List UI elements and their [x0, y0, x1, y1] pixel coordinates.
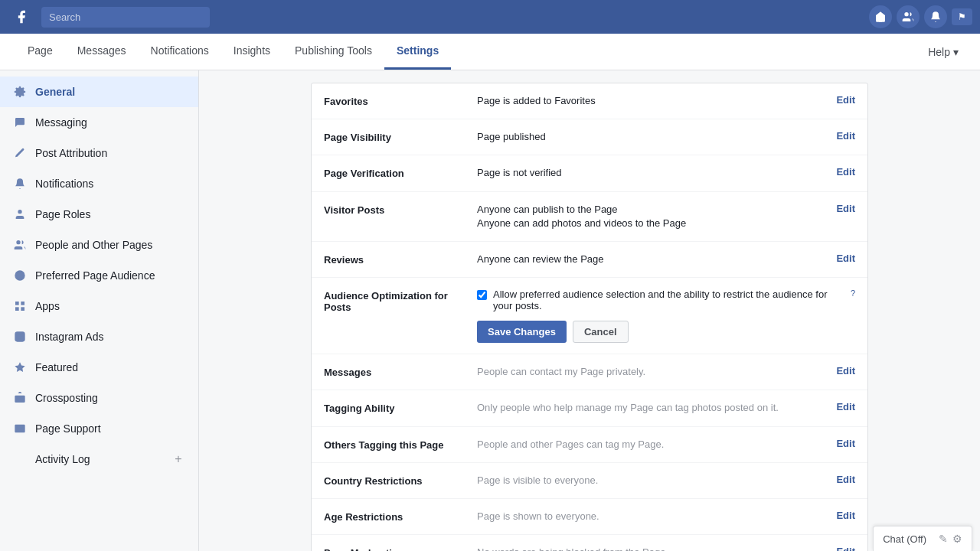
- sidebar-label-notifications: Notifications: [35, 178, 93, 190]
- cancel-button[interactable]: Cancel: [573, 321, 629, 343]
- label-page-verification: Page Verification: [324, 166, 477, 179]
- audience-info-link[interactable]: ?: [851, 289, 855, 298]
- settings-row-country-restrictions: Country Restrictions Page is visible to …: [312, 463, 867, 499]
- nav-page[interactable]: Page: [15, 34, 65, 70]
- audience-checkbox-row: Allow preferred audience selection and t…: [477, 289, 855, 311]
- settings-row-reviews: Reviews Anyone can review the Page Edit: [312, 242, 867, 278]
- sidebar-item-general[interactable]: General: [0, 77, 198, 107]
- edit-tagging-ability-link[interactable]: Edit: [836, 401, 855, 412]
- label-page-moderation: Page Moderation: [324, 546, 477, 551]
- home-icon-btn[interactable]: [869, 5, 892, 28]
- settings-row-page-visibility: Page Visibility Page published Edit: [312, 119, 867, 155]
- nav-messages[interactable]: Messages: [65, 34, 139, 70]
- search-input[interactable]: [41, 7, 210, 28]
- label-page-visibility: Page Visibility: [324, 130, 477, 143]
- settings-row-others-tagging: Others Tagging this Page People and othe…: [312, 427, 867, 463]
- sidebar-item-page-roles[interactable]: Page Roles: [0, 199, 198, 230]
- nav-settings[interactable]: Settings: [384, 34, 451, 70]
- top-bar-left: [8, 3, 210, 31]
- svg-rect-7: [15, 302, 19, 305]
- target-icon: [12, 268, 28, 283]
- sidebar-label-instagram-ads: Instagram Ads: [35, 331, 104, 343]
- sidebar-item-apps[interactable]: Apps: [0, 291, 198, 321]
- sidebar-item-notifications[interactable]: Notifications: [0, 168, 198, 199]
- audience-checkbox-text: Allow preferred audience selection and t…: [493, 289, 844, 311]
- value-others-tagging: People and other Pages can tag my Page.: [477, 438, 817, 452]
- nav-publishing-tools[interactable]: Publishing Tools: [283, 34, 384, 70]
- top-bar: ⚑: [0, 0, 980, 34]
- audience-optimization-checkbox[interactable]: [477, 290, 487, 300]
- svg-point-3: [16, 240, 20, 244]
- svg-point-0: [904, 12, 908, 16]
- sidebar-item-messaging[interactable]: Messaging: [0, 107, 198, 138]
- nav-notifications[interactable]: Notifications: [139, 34, 221, 70]
- edit-messages-link[interactable]: Edit: [836, 365, 855, 377]
- sidebar-item-post-attribution[interactable]: Post Attribution: [0, 138, 198, 168]
- page-nav: Page Messages Notifications Insights Pub…: [0, 34, 980, 70]
- edit-visitor-posts-link[interactable]: Edit: [836, 203, 855, 214]
- sidebar-item-people-pages[interactable]: People and Other Pages: [0, 230, 198, 260]
- edit-page-moderation-link[interactable]: Edit: [836, 546, 855, 551]
- sidebar-label-crossposting: Crossposting: [35, 392, 98, 404]
- sidebar-item-activity-log[interactable]: Activity Log +: [0, 444, 198, 474]
- sidebar-label-preferred-audience: Preferred Page Audience: [35, 269, 155, 282]
- sidebar-label-post-attribution: Post Attribution: [35, 147, 107, 159]
- page-icon-btn[interactable]: ⚑: [952, 8, 972, 25]
- value-page-verification: Page is not verified: [477, 166, 817, 180]
- edit-others-tagging-link[interactable]: Edit: [836, 438, 855, 449]
- label-audience-optimization: Audience Optimization for Posts: [324, 289, 477, 313]
- edit-age-restrictions-link[interactable]: Edit: [836, 510, 855, 521]
- nav-insights[interactable]: Insights: [221, 34, 283, 70]
- settings-row-page-verification: Page Verification Page is not verified E…: [312, 155, 867, 191]
- help-chevron-icon: ▾: [953, 46, 959, 58]
- activity-log-plus-icon[interactable]: +: [171, 452, 186, 467]
- svg-rect-15: [15, 396, 24, 403]
- svg-marker-14: [15, 362, 24, 372]
- support-icon: [12, 421, 28, 436]
- svg-point-2: [18, 210, 21, 214]
- edit-country-restrictions-link[interactable]: Edit: [836, 474, 855, 485]
- value-page-visibility: Page published: [477, 130, 817, 144]
- chat-widget[interactable]: Chat (Off) ✎ ⚙: [873, 526, 972, 551]
- top-bar-right: ⚑: [869, 5, 972, 28]
- star-icon: [12, 360, 28, 375]
- friends-icon-btn[interactable]: [897, 5, 920, 28]
- help-btn[interactable]: Help ▾: [922, 35, 965, 69]
- sidebar-item-preferred-audience[interactable]: Preferred Page Audience: [0, 260, 198, 291]
- people-icon: [12, 237, 28, 253]
- chat-icons: ✎ ⚙: [939, 533, 962, 545]
- svg-rect-8: [21, 302, 24, 305]
- edit-page-verification-link[interactable]: Edit: [836, 166, 855, 178]
- sidebar: General Messaging Post Attribution Notif…: [0, 70, 199, 551]
- edit-favorites-link[interactable]: Edit: [836, 94, 855, 106]
- save-changes-button[interactable]: Save Changes: [477, 321, 567, 343]
- edit-page-verification: Edit: [817, 166, 855, 178]
- person-icon: [12, 207, 28, 222]
- edit-visitor-posts: Edit: [817, 203, 855, 214]
- sidebar-item-instagram-ads[interactable]: Instagram Ads: [0, 321, 198, 352]
- notifications-icon-btn[interactable]: [924, 5, 947, 28]
- bell-icon: [12, 176, 28, 191]
- edit-favorites: Edit: [817, 94, 855, 106]
- message-icon: [12, 115, 28, 130]
- gear-icon: [12, 84, 28, 99]
- settings-row-visitor-posts: Visitor Posts Anyone can publish to the …: [312, 192, 867, 242]
- value-favorites: Page is added to Favorites: [477, 94, 817, 108]
- label-reviews: Reviews: [324, 253, 477, 266]
- sidebar-item-featured[interactable]: Featured: [0, 352, 198, 383]
- sidebar-label-page-support: Page Support: [35, 422, 101, 435]
- label-messages: Messages: [324, 365, 477, 378]
- list-icon: [12, 452, 28, 467]
- sidebar-item-page-support[interactable]: Page Support: [0, 413, 198, 444]
- facebook-logo: [8, 3, 35, 31]
- chat-compose-icon[interactable]: ✎: [939, 533, 948, 545]
- chat-settings-icon[interactable]: ⚙: [952, 533, 962, 545]
- label-visitor-posts: Visitor Posts: [324, 203, 477, 216]
- edit-page-visibility-link[interactable]: Edit: [836, 130, 855, 142]
- edit-reviews-link[interactable]: Edit: [836, 253, 855, 264]
- sidebar-item-crossposting[interactable]: Crossposting: [0, 383, 198, 413]
- chat-label: Chat (Off): [883, 533, 926, 545]
- sidebar-label-people-pages: People and Other Pages: [35, 239, 152, 251]
- label-favorites: Favorites: [324, 94, 477, 107]
- value-reviews: Anyone can review the Page: [477, 253, 817, 266]
